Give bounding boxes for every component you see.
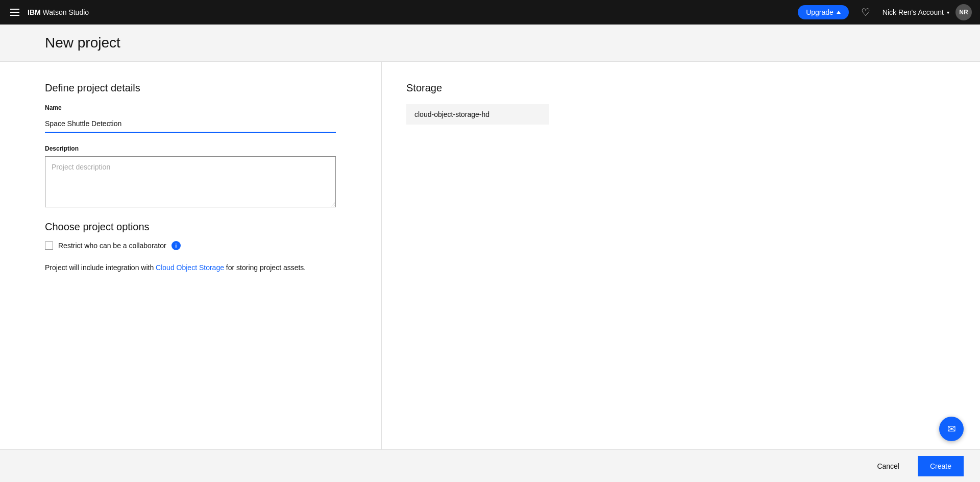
description-field-group: Description [45,145,336,209]
description-label: Description [45,145,336,152]
right-panel: Storage [382,62,980,449]
options-section-title: Choose project options [45,221,336,233]
create-button[interactable]: Create [918,456,964,476]
cancel-button[interactable]: Cancel [867,456,910,476]
define-section-title: Define project details [45,82,336,94]
notifications-bell-icon[interactable]: ♡ [855,6,876,18]
collaborator-option-row: Restrict who can be a collaborator i [45,241,336,250]
chevron-down-icon: ▾ [947,10,949,15]
page-header: New project [0,25,980,62]
avatar[interactable]: NR [955,4,972,20]
storage-input[interactable] [406,104,549,125]
main-content: Define project details Name Description … [0,62,980,449]
left-panel: Define project details Name Description … [0,62,382,449]
upgrade-label: Upgrade [806,8,834,16]
upgrade-arrow-icon [837,11,841,14]
account-menu[interactable]: Nick Ren's Account ▾ [883,8,949,16]
cloud-object-storage-link[interactable]: Cloud Object Storage [156,263,224,272]
storage-section-title: Storage [406,82,955,94]
define-section: Define project details Name Description [45,82,336,209]
options-section: Choose project options Restrict who can … [45,221,336,273]
project-description-textarea[interactable] [45,156,336,207]
bottom-action-bar: Cancel Create [0,449,980,482]
menu-icon[interactable] [8,7,21,18]
project-name-input[interactable] [45,115,336,133]
chat-button[interactable]: ✉ [939,417,964,441]
upgrade-button[interactable]: Upgrade [798,5,849,19]
app-logo: IBM Watson Studio [28,8,89,16]
chat-icon: ✉ [947,423,956,435]
account-name: Nick Ren's Account [883,8,944,16]
name-label: Name [45,104,336,111]
integration-text: Project will include integration with Cl… [45,262,336,273]
collaborator-info-icon[interactable]: i [172,241,181,250]
page-title: New project [45,35,935,51]
top-navigation: IBM Watson Studio Upgrade ♡ Nick Ren's A… [0,0,980,25]
collaborator-checkbox-label: Restrict who can be a collaborator [58,242,166,250]
collaborator-checkbox[interactable] [45,242,53,250]
name-field-group: Name [45,104,336,133]
